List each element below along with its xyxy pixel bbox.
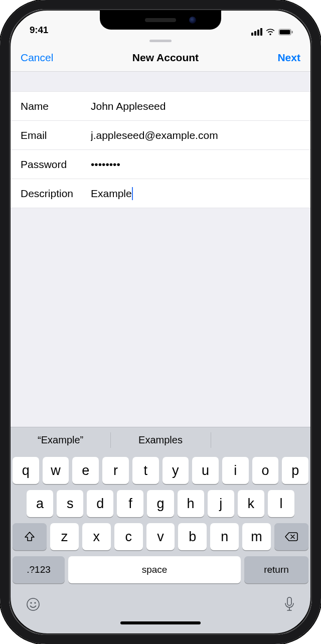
key-f[interactable]: f <box>117 490 143 517</box>
key-q[interactable]: q <box>13 457 39 484</box>
keyboard-row-2: a s d f g h j k l <box>13 490 308 517</box>
description-label: Description <box>21 188 91 200</box>
key-m[interactable]: m <box>242 523 271 550</box>
space-key[interactable]: space <box>68 556 241 583</box>
dictation-button[interactable] <box>283 596 295 614</box>
emoji-button[interactable] <box>26 597 41 613</box>
next-button[interactable]: Next <box>277 52 300 64</box>
key-c[interactable]: c <box>114 523 143 550</box>
svg-rect-2 <box>292 31 293 33</box>
shift-icon <box>24 531 36 543</box>
device-notch <box>100 11 221 30</box>
description-row[interactable]: Description Example <box>11 179 310 208</box>
key-e[interactable]: e <box>72 457 99 484</box>
name-row[interactable]: Name <box>11 92 310 121</box>
shift-key[interactable] <box>13 523 47 550</box>
key-d[interactable]: d <box>87 490 113 517</box>
key-h[interactable]: h <box>178 490 204 517</box>
return-key[interactable]: return <box>244 556 308 583</box>
svg-point-3 <box>27 598 39 610</box>
key-n[interactable]: n <box>210 523 239 550</box>
device-volume-up <box>0 124 2 162</box>
key-i[interactable]: i <box>222 457 249 484</box>
key-t[interactable]: t <box>132 457 159 484</box>
email-input[interactable] <box>91 129 300 141</box>
key-x[interactable]: x <box>82 523 111 550</box>
key-v[interactable]: v <box>146 523 175 550</box>
key-y[interactable]: y <box>163 457 189 484</box>
microphone-icon <box>283 596 295 612</box>
content-background <box>11 208 310 427</box>
key-l[interactable]: l <box>268 490 294 517</box>
status-time: 9:41 <box>30 25 48 36</box>
key-s[interactable]: s <box>57 490 83 517</box>
device-front-camera <box>189 17 196 24</box>
status-icons <box>251 28 293 36</box>
key-g[interactable]: g <box>147 490 174 517</box>
email-label: Email <box>21 129 91 141</box>
svg-rect-6 <box>287 597 291 605</box>
device-speaker <box>145 18 176 22</box>
svg-point-5 <box>34 602 36 603</box>
predictive-suggestion-2[interactable]: Examples <box>110 427 210 453</box>
keyboard-row-4: .?123 space return <box>13 556 308 583</box>
key-b[interactable]: b <box>178 523 207 550</box>
wifi-icon <box>265 29 275 36</box>
description-input[interactable]: Example <box>91 187 300 200</box>
keyboard-row-3: z x c v b n m <box>13 523 308 550</box>
predictive-suggestion-1[interactable]: “Example” <box>11 427 110 453</box>
cancel-button[interactable]: Cancel <box>21 52 53 64</box>
predictive-bar: “Example” Examples <box>11 427 310 453</box>
home-indicator[interactable] <box>120 621 201 624</box>
name-input[interactable] <box>91 100 300 112</box>
password-row[interactable]: Password <box>11 150 310 179</box>
key-j[interactable]: j <box>208 490 234 517</box>
predictive-empty <box>211 427 310 453</box>
text-caret <box>132 187 133 200</box>
backspace-icon <box>284 531 298 542</box>
name-label: Name <box>21 100 91 112</box>
sheet-grab-handle[interactable] <box>11 38 310 44</box>
key-w[interactable]: w <box>43 457 69 484</box>
numbers-key[interactable]: .?123 <box>13 556 65 583</box>
home-indicator-area <box>11 618 310 633</box>
screen: 9:41 Cancel New Account Next Name <box>11 11 310 633</box>
account-form: Name Email Password Description Example <box>11 92 310 208</box>
email-row[interactable]: Email <box>11 121 310 150</box>
keyboard-row-1: q w e r t y u i o p <box>13 457 308 484</box>
keyboard: q w e r t y u i o p a s d f g h j k l z <box>11 453 310 591</box>
description-value: Example <box>91 188 132 200</box>
backspace-key[interactable] <box>274 523 308 550</box>
key-k[interactable]: k <box>238 490 264 517</box>
key-p[interactable]: p <box>282 457 308 484</box>
key-r[interactable]: r <box>102 457 129 484</box>
form-top-spacer <box>11 72 310 92</box>
device-silence-switch <box>0 89 2 109</box>
svg-point-4 <box>30 602 32 603</box>
key-z[interactable]: z <box>50 523 79 550</box>
svg-rect-1 <box>280 30 290 34</box>
emoji-icon <box>26 597 41 612</box>
page-title: New Account <box>132 52 199 64</box>
nav-bar: Cancel New Account Next <box>11 44 310 72</box>
keyboard-toolbar <box>11 591 310 618</box>
key-u[interactable]: u <box>192 457 219 484</box>
device-volume-down <box>0 171 2 208</box>
key-o[interactable]: o <box>252 457 279 484</box>
cellular-icon <box>251 28 262 36</box>
password-label: Password <box>21 158 91 171</box>
password-input[interactable] <box>91 158 300 171</box>
battery-icon <box>278 29 293 36</box>
key-a[interactable]: a <box>27 490 53 517</box>
